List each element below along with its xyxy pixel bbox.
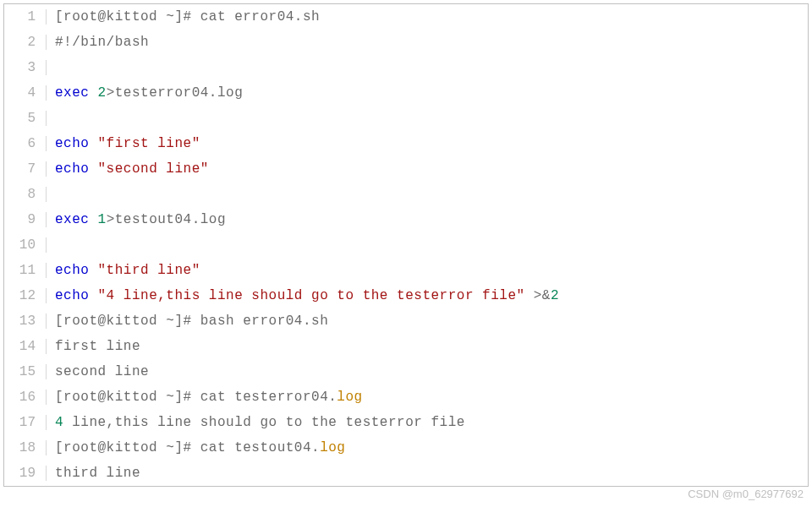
code-token: 4	[55, 415, 63, 430]
line-content: echo "second line"	[47, 161, 209, 177]
code-token: "third line"	[98, 263, 200, 278]
line-number: 14	[4, 339, 47, 354]
code-token: echo	[55, 288, 89, 303]
line-content: echo "first line"	[47, 136, 200, 151]
line-number: 7	[4, 161, 47, 177]
line-content: second line	[47, 364, 149, 379]
line-number: 1	[4, 9, 47, 25]
code-token: line,this line should go to the testerro…	[63, 415, 465, 430]
line-content: #!/bin/bash	[47, 35, 149, 50]
code-token: [root@kittod ~]# cat error04.sh	[55, 9, 320, 25]
line-number: 11	[4, 263, 47, 278]
code-token: 1	[98, 212, 107, 227]
line-content: [root@kittod ~]# bash error04.sh	[47, 314, 328, 329]
code-line: 9exec 1>testout04.log	[4, 207, 808, 232]
code-token: [root@kittod ~]# cat testout04.	[55, 440, 320, 455]
code-container: 1[root@kittod ~]# cat error04.sh2#!/bin/…	[3, 3, 809, 487]
code-token: [root@kittod ~]# cat testerror04.	[55, 390, 337, 405]
line-content: first line	[47, 339, 140, 354]
line-number: 9	[4, 212, 47, 227]
code-token: second line	[55, 364, 149, 379]
line-content: exec 2>testerror04.log	[47, 85, 243, 101]
code-line: 14first line	[4, 334, 808, 359]
line-number: 17	[4, 415, 47, 430]
code-line: 1[root@kittod ~]# cat error04.sh	[4, 4, 808, 30]
line-number: 2	[4, 35, 47, 50]
code-token	[89, 212, 97, 227]
code-token	[89, 288, 97, 303]
code-token: third line	[55, 466, 140, 481]
line-number: 8	[4, 187, 47, 202]
code-line: 19third line	[4, 461, 808, 486]
line-number: 3	[4, 60, 47, 75]
code-line: 7echo "second line"	[4, 156, 808, 182]
code-line: 10	[4, 232, 808, 258]
code-line: 11echo "third line"	[4, 258, 808, 283]
line-number: 4	[4, 85, 47, 101]
line-content: exec 1>testout04.log	[47, 212, 226, 227]
line-number: 15	[4, 364, 47, 379]
watermark-text: CSDN @m0_62977692	[688, 488, 804, 500]
line-number: 10	[4, 237, 47, 253]
code-token	[89, 136, 97, 151]
code-line: 18[root@kittod ~]# cat testout04.log	[4, 435, 808, 461]
code-line: 12echo "4 line,this line should go to th…	[4, 283, 808, 308]
code-line: 13[root@kittod ~]# bash error04.sh	[4, 308, 808, 334]
code-token: 2	[98, 85, 107, 101]
line-number: 13	[4, 314, 47, 329]
code-line: 5	[4, 106, 808, 131]
line-number: 6	[4, 136, 47, 151]
code-token: echo	[55, 161, 89, 177]
line-number: 5	[4, 111, 47, 126]
code-token	[89, 85, 97, 101]
code-token	[89, 161, 97, 177]
code-line: 8	[4, 182, 808, 207]
code-token: "first line"	[98, 136, 200, 151]
line-number: 18	[4, 440, 47, 455]
code-token: log	[320, 440, 345, 455]
code-token: "second line"	[98, 161, 209, 177]
line-number: 19	[4, 466, 47, 481]
code-token: >&	[525, 288, 551, 303]
code-line: 15second line	[4, 359, 808, 384]
line-content: 4 line,this line should go to the tester…	[47, 415, 465, 430]
code-token: "4 line,this line should go to the teste…	[98, 288, 525, 303]
code-line: 2#!/bin/bash	[4, 30, 808, 55]
code-token: >testerror04.log	[107, 85, 244, 101]
line-content: echo "third line"	[47, 263, 200, 278]
code-block-wrapper: 1[root@kittod ~]# cat error04.sh2#!/bin/…	[3, 3, 809, 487]
code-token: first line	[55, 339, 140, 354]
line-number: 16	[4, 390, 47, 405]
code-token: 2	[551, 288, 559, 303]
code-token	[89, 263, 97, 278]
code-token: log	[337, 390, 362, 405]
code-token: [root@kittod ~]# bash error04.sh	[55, 314, 328, 329]
line-content: [root@kittod ~]# cat testout04.log	[47, 440, 345, 455]
code-token: >testout04.log	[107, 212, 226, 227]
code-line: 4exec 2>testerror04.log	[4, 80, 808, 106]
code-token: #!/bin/bash	[55, 35, 149, 50]
code-line: 6echo "first line"	[4, 131, 808, 156]
code-token: echo	[55, 263, 89, 278]
code-token: echo	[55, 136, 89, 151]
code-token: exec	[55, 212, 89, 227]
code-line: 16[root@kittod ~]# cat testerror04.log	[4, 384, 808, 410]
line-content: echo "4 line,this line should go to the …	[47, 288, 559, 303]
code-line: 174 line,this line should go to the test…	[4, 410, 808, 435]
code-token: exec	[55, 85, 89, 101]
line-content: [root@kittod ~]# cat testerror04.log	[47, 390, 363, 405]
code-line: 3	[4, 55, 808, 80]
line-content: [root@kittod ~]# cat error04.sh	[47, 9, 320, 25]
line-content: third line	[47, 466, 140, 481]
line-number: 12	[4, 288, 47, 303]
